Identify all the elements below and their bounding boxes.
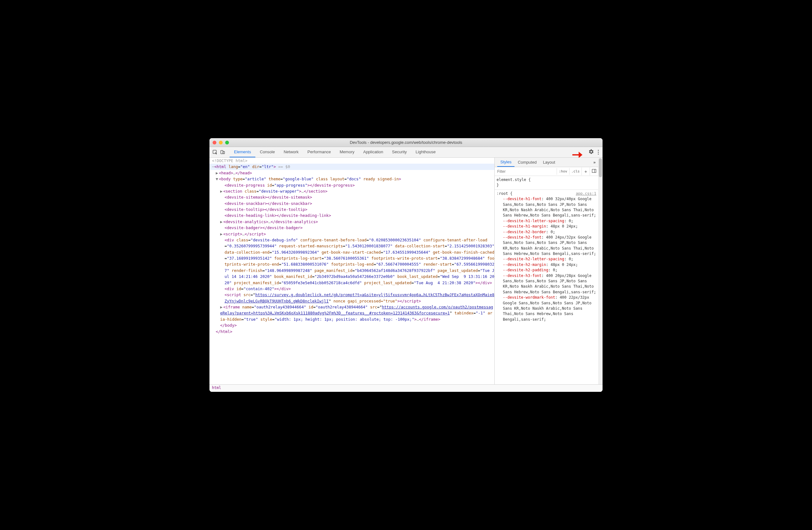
inspect-element-icon[interactable] xyxy=(212,149,218,155)
computed-sidebar-toggle[interactable] xyxy=(590,167,598,175)
traffic-lights xyxy=(213,141,229,144)
styles-more-tabs[interactable]: » xyxy=(593,160,596,165)
titlebar: DevTools - developers.google.com/web/too… xyxy=(209,138,603,147)
styles-panel: Styles Computed Layout » :hov .cls + ele… xyxy=(494,158,598,384)
minimize-window-button[interactable] xyxy=(219,141,223,144)
styles-content[interactable]: element.style { } app.css:1:root { --dev… xyxy=(495,176,598,384)
tab-application[interactable]: Application xyxy=(359,147,388,157)
css-declaration[interactable]: --devsite-h2-border: 0; xyxy=(496,229,596,235)
window-title: DevTools - developers.google.com/web/too… xyxy=(209,140,603,145)
settings-button[interactable] xyxy=(589,149,594,155)
tab-performance[interactable]: Performance xyxy=(303,147,335,157)
dom-html-element[interactable]: ⋯<html lang="en" dir="ltr"> == $0 xyxy=(209,164,494,170)
devtools-window: DevTools - developers.google.com/web/too… xyxy=(209,138,603,392)
dom-node[interactable]: <devsite-snackbar></devsite-snackbar> xyxy=(209,200,494,207)
styles-tab-styles[interactable]: Styles xyxy=(497,158,514,167)
dom-node[interactable]: ▶<section class="devsite-wrapper">…</sec… xyxy=(209,188,494,194)
dom-iframe[interactable]: ▶<iframe name="oauth2relay438944664" id=… xyxy=(209,304,494,322)
tab-network[interactable]: Network xyxy=(279,147,303,157)
cls-toggle[interactable]: .cls xyxy=(569,168,582,175)
css-declaration[interactable]: --devsite-h1-letter-spacing: 0; xyxy=(496,219,596,224)
dom-doctype[interactable]: <!DOCTYPE html> xyxy=(209,158,494,164)
dom-head-element[interactable]: ▶<head>…</head> xyxy=(209,170,494,176)
tab-lighthouse[interactable]: Lighthouse xyxy=(411,147,440,157)
close-window-button[interactable] xyxy=(213,141,216,144)
dom-node[interactable]: ▶<devsite-analytics>…</devsite-analytics… xyxy=(209,219,494,225)
dom-debug-div[interactable]: <div class="devsite-debug-info" configur… xyxy=(209,237,494,286)
dom-html-close[interactable]: </html> xyxy=(209,329,494,335)
dom-node[interactable]: <devsite-badger></devsite-badger> xyxy=(209,225,494,231)
dom-node[interactable]: ▶<script>…</script> xyxy=(209,231,494,237)
dom-tree-panel[interactable]: <!DOCTYPE html> ⋯<html lang="en" dir="lt… xyxy=(209,158,494,384)
main-toolbar: Elements Console Network Performance Mem… xyxy=(209,147,603,158)
css-declaration[interactable]: --devsite-h3-font: 400 20px/28px Google … xyxy=(496,273,596,295)
dom-node[interactable]: <devsite-sitemask></devsite-sitemask> xyxy=(209,194,494,200)
breadcrumb[interactable]: html xyxy=(209,384,603,392)
zoom-window-button[interactable] xyxy=(225,141,229,144)
styles-tabs: Styles Computed Layout » xyxy=(495,158,598,167)
dom-survey-script[interactable]: <script src="https://survey.g.doubleclic… xyxy=(209,292,494,304)
hov-toggle[interactable]: :hov xyxy=(557,168,569,175)
svg-rect-1 xyxy=(221,151,223,154)
more-options-button[interactable] xyxy=(597,149,600,156)
styles-tab-computed[interactable]: Computed xyxy=(514,158,540,167)
css-declaration[interactable]: --devsite-h2-letter-spacing: 0; xyxy=(496,256,596,262)
tab-memory[interactable]: Memory xyxy=(335,147,359,157)
new-style-rule-button[interactable]: + xyxy=(581,167,590,175)
svg-rect-3 xyxy=(592,169,596,173)
css-declaration[interactable]: --devsite-wordmark-font: 400 22px/32px G… xyxy=(496,295,596,322)
device-toolbar-icon[interactable] xyxy=(219,149,226,155)
css-declaration[interactable]: --devsite-h1-font: 400 32px/40px Google … xyxy=(496,196,596,219)
tab-security[interactable]: Security xyxy=(388,147,411,157)
tab-console[interactable]: Console xyxy=(255,147,279,157)
main-content: <!DOCTYPE html> ⋯<html lang="en" dir="lt… xyxy=(209,158,603,384)
dom-node[interactable]: <devsite-tooltip></devsite-tooltip> xyxy=(209,207,494,212)
filter-row: :hov .cls + xyxy=(495,167,598,176)
dom-node[interactable]: <devsite-heading-link></devsite-heading-… xyxy=(209,212,494,219)
dom-node[interactable]: <div id="contain-402"></div> xyxy=(209,286,494,292)
panel-tabs: Elements Console Network Performance Mem… xyxy=(230,147,440,157)
dom-body-close[interactable]: </body> xyxy=(209,322,494,328)
scrollbar-thumb[interactable] xyxy=(599,158,602,177)
dom-body-element[interactable]: ▼<body type="article" theme="google-blue… xyxy=(209,176,494,182)
scrollbar[interactable] xyxy=(598,158,603,384)
css-declaration[interactable]: --devsite-h1-margin: 48px 0 24px; xyxy=(496,224,596,229)
css-declaration[interactable]: --devsite-h2-padding: 0; xyxy=(496,267,596,273)
css-source-link[interactable]: app.css:1 xyxy=(576,191,596,196)
tab-elements[interactable]: Elements xyxy=(230,147,255,157)
css-declaration[interactable]: --devsite-h2-font: 400 24px/32px Google … xyxy=(496,235,596,257)
svg-rect-2 xyxy=(223,151,225,154)
dom-node[interactable]: <devsite-progress id="app-progress"></de… xyxy=(209,182,494,188)
styles-filter-input[interactable] xyxy=(495,168,557,175)
css-declaration[interactable]: --devsite-h2-margin: 48px 0 24px; xyxy=(496,262,596,267)
styles-tab-layout[interactable]: Layout xyxy=(540,158,558,167)
